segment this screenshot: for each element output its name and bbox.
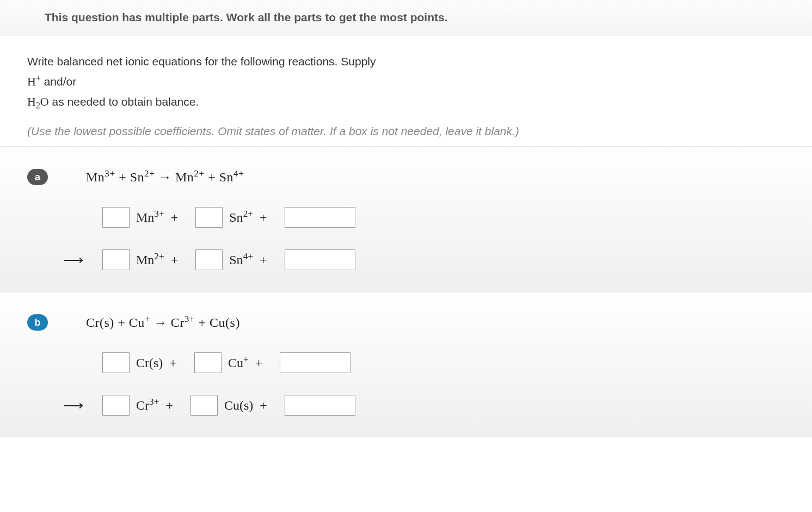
extra-input-b-r[interactable] xyxy=(280,352,350,373)
header-text: This question has multiple parts. Work a… xyxy=(45,11,790,24)
part-b-header-row: b Cr(s) + Cu+ → Cr3+ + Cu(s) xyxy=(27,314,790,331)
instruction-line-2: H+ and/or xyxy=(27,71,790,92)
reactants-row-b: Cr(s) + Cu+ + xyxy=(63,352,790,373)
species-label: Sn2+ xyxy=(229,210,253,225)
extra-input-a-r[interactable] xyxy=(285,207,355,228)
arrow-icon: ⟶ xyxy=(63,252,83,269)
plus-sign: + xyxy=(260,210,267,225)
plus-sign: + xyxy=(171,253,179,267)
coef-input-a-p1[interactable] xyxy=(102,249,130,270)
arrow-icon: ⟶ xyxy=(63,397,83,414)
species-h2o: H2O xyxy=(27,95,49,108)
plus-sign: + xyxy=(165,398,173,413)
plus-sign: + xyxy=(260,253,267,267)
extra-input-b-p[interactable] xyxy=(285,395,355,416)
coef-input-a-r2[interactable] xyxy=(195,207,223,228)
plus-sign: + xyxy=(260,398,267,413)
plus-sign: + xyxy=(255,356,263,370)
instruction-line-3: H2O as needed to obtain balance. xyxy=(27,92,790,112)
part-b: b Cr(s) + Cu+ → Cr3+ + Cu(s) Cr(s) + Cu+… xyxy=(0,292,812,437)
coef-input-b-r2[interactable] xyxy=(194,352,222,373)
badge-a: a xyxy=(27,169,48,185)
header-box: This question has multiple parts. Work a… xyxy=(0,0,812,35)
answer-lines-b: Cr(s) + Cu+ + ⟶ Cr3+ + Cu(s) + xyxy=(63,352,790,416)
coef-input-b-r1[interactable] xyxy=(102,352,130,373)
products-row-b: ⟶ Cr3+ + Cu(s) + xyxy=(63,395,790,416)
hint-text: (Use the lowest possible coefficients. O… xyxy=(0,112,812,147)
species-label: Cu(s) xyxy=(224,398,253,413)
coef-input-b-p1[interactable] xyxy=(102,395,130,416)
reactants-row-a: Mn3+ + Sn2+ + xyxy=(63,207,790,228)
coef-input-a-r1[interactable] xyxy=(102,207,130,228)
species-label: Sn4+ xyxy=(229,253,253,267)
extra-input-a-p[interactable] xyxy=(285,249,355,270)
equation-b: Cr(s) + Cu+ → Cr3+ + Cu(s) xyxy=(86,315,240,330)
species-label: Cr3+ xyxy=(136,398,159,413)
answer-lines-a: Mn3+ + Sn2+ + ⟶ Mn2+ + Sn4+ + xyxy=(63,207,790,270)
coef-input-a-p2[interactable] xyxy=(195,249,223,270)
species-label: Mn2+ xyxy=(136,253,164,267)
plus-sign: + xyxy=(171,210,179,225)
instruction-line-1: Write balanced net ionic equations for t… xyxy=(27,52,790,71)
part-a: a Mn3+ + Sn2+ → Mn2+ + Sn4+ Mn3+ + Sn2+ … xyxy=(0,147,812,292)
plus-sign: + xyxy=(169,356,177,370)
question-container: This question has multiple parts. Work a… xyxy=(0,0,812,437)
equation-a: Mn3+ + Sn2+ → Mn2+ + Sn4+ xyxy=(86,170,244,185)
badge-b: b xyxy=(27,314,48,331)
species-h-plus: H+ xyxy=(27,75,41,88)
species-label: Cr(s) xyxy=(136,356,163,370)
part-a-header-row: a Mn3+ + Sn2+ → Mn2+ + Sn4+ xyxy=(27,169,790,185)
coef-input-b-p2[interactable] xyxy=(190,395,218,416)
species-label: Mn3+ xyxy=(136,210,164,225)
instructions: Write balanced net ionic equations for t… xyxy=(0,35,812,112)
species-label: Cu+ xyxy=(228,356,249,370)
products-row-a: ⟶ Mn2+ + Sn4+ + xyxy=(63,249,790,270)
